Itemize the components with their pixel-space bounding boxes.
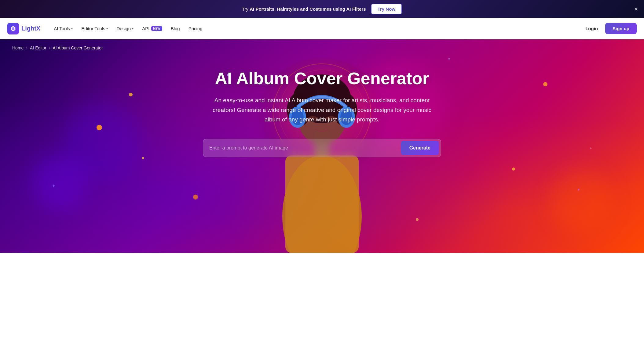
- nav-item-editor-tools[interactable]: Editor Tools ▾: [78, 23, 112, 34]
- logo-name: LightX: [21, 25, 40, 32]
- chevron-down-icon: ▾: [132, 27, 134, 30]
- breadcrumb-home[interactable]: Home: [12, 45, 24, 50]
- breadcrumb-parent[interactable]: AI Editor: [30, 45, 46, 50]
- prompt-container: Generate: [203, 139, 441, 157]
- prompt-input[interactable]: [209, 145, 398, 151]
- hero-subtitle: An easy-to-use and instant AI Album cove…: [209, 95, 435, 124]
- banner-close-button[interactable]: ×: [634, 6, 638, 12]
- new-badge: NEW: [151, 26, 162, 31]
- logo-icon: [7, 23, 19, 34]
- breadcrumb: Home › AI Editor › AI Album Cover Genera…: [0, 39, 115, 56]
- navbar: LightX AI Tools ▾ Editor Tools ▾ Design …: [0, 18, 644, 39]
- login-button[interactable]: Login: [582, 23, 602, 34]
- nav-item-design[interactable]: Design ▾: [113, 23, 137, 34]
- nav-links: AI Tools ▾ Editor Tools ▾ Design ▾ API N…: [50, 23, 582, 34]
- banner-try-button[interactable]: Try Now: [371, 4, 402, 14]
- breadcrumb-separator-2: ›: [49, 45, 50, 50]
- nav-actions: Login Sign up: [582, 23, 637, 34]
- chevron-down-icon: ▾: [71, 27, 73, 30]
- svg-rect-4: [285, 155, 359, 253]
- hero-section: ✦ ✦ ✦ ✦: [0, 39, 644, 253]
- generate-button[interactable]: Generate: [401, 141, 439, 155]
- breadcrumb-current: AI Album Cover Generator: [53, 45, 103, 50]
- chevron-down-icon: ▾: [106, 27, 108, 30]
- nav-item-blog[interactable]: Blog: [167, 23, 184, 34]
- hero-title: AI Album Cover Generator: [209, 69, 435, 88]
- breadcrumb-separator-1: ›: [26, 45, 27, 50]
- banner-text: Try AI Portraits, Hairstyles and Costume…: [242, 6, 366, 12]
- hero-content: AI Album Cover Generator An easy-to-use …: [203, 56, 441, 139]
- signup-button[interactable]: Sign up: [605, 23, 637, 34]
- logo[interactable]: LightX: [7, 23, 40, 34]
- nav-item-pricing[interactable]: Pricing: [185, 23, 206, 34]
- nav-item-api[interactable]: API NEW: [138, 23, 166, 34]
- top-banner: Try AI Portraits, Hairstyles and Costume…: [0, 0, 644, 18]
- nav-item-ai-tools[interactable]: AI Tools ▾: [50, 23, 76, 34]
